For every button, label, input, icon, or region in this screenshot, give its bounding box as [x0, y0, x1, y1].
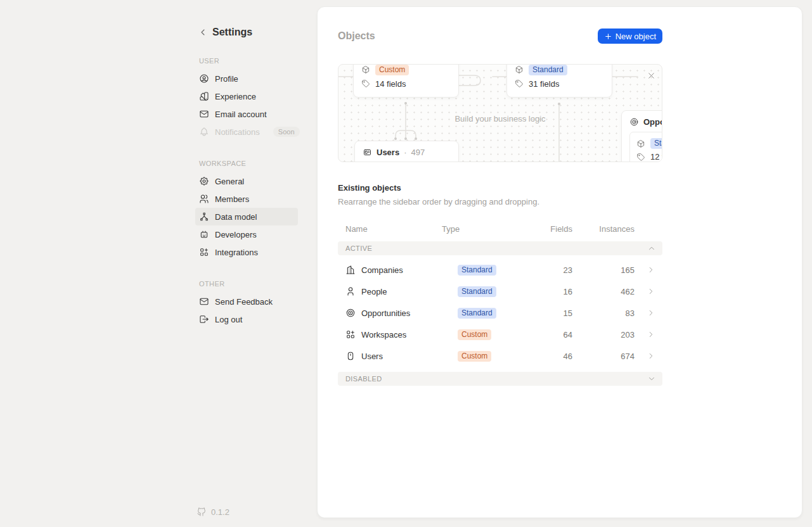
- table-row-people[interactable]: People Standard 16 462: [338, 281, 662, 302]
- chevron-right-icon[interactable]: [647, 352, 655, 360]
- column-type: Type: [442, 224, 533, 234]
- type-badge: Custom: [375, 65, 409, 75]
- building-icon: [345, 265, 356, 275]
- object-name: Workspaces: [361, 330, 406, 340]
- node-name: Users: [377, 148, 399, 157]
- graph-node-custom[interactable]: Custom 14 fields: [353, 64, 459, 98]
- column-fields: Fields: [533, 224, 572, 234]
- sidebar-item-send-feedback[interactable]: Send Feedback: [195, 293, 298, 310]
- instances-value: 203: [572, 330, 640, 340]
- sidebar-item-label: Notifications: [215, 127, 260, 137]
- mail-icon: [199, 109, 209, 119]
- sidebar-item-email-account[interactable]: Email account: [195, 105, 298, 123]
- chevron-right-icon[interactable]: [647, 265, 655, 274]
- sidebar-item-label: Log out: [215, 315, 242, 324]
- sidebar-item-data-model[interactable]: Data model: [195, 208, 298, 225]
- bell-icon: [199, 127, 209, 137]
- chevron-left-icon: [198, 27, 208, 37]
- section-label: ACTIVE: [345, 244, 372, 252]
- cube-icon: [361, 65, 370, 74]
- active-rows: Companies Standard 23 165 People: [338, 259, 662, 367]
- existing-objects-subtitle: Rearrange the sidebar order by dragging …: [338, 197, 662, 206]
- table-row-opportunities[interactable]: Opportunities Standard 15 83: [338, 302, 662, 324]
- target-icon: [629, 117, 639, 127]
- sidebar-item-label: General: [215, 177, 244, 186]
- sidebar-item-profile[interactable]: Profile: [195, 70, 298, 87]
- type-badge: Standard: [458, 286, 496, 297]
- sidebar-item-general[interactable]: General: [195, 172, 298, 190]
- object-name: Users: [361, 352, 383, 361]
- section-label-other: OTHER: [195, 280, 298, 288]
- robot-icon: [199, 229, 209, 239]
- type-badge: Standard: [529, 65, 567, 75]
- tag-icon: [361, 79, 370, 88]
- settings-back[interactable]: Settings: [195, 27, 298, 38]
- section-bar-disabled[interactable]: DISABLED: [338, 372, 662, 386]
- settings-main-panel: Objects New object: [317, 6, 802, 518]
- sidebar-item-label: Email account: [215, 110, 267, 119]
- sidebar-item-label: Integrations: [215, 248, 258, 257]
- instances-value: 165: [572, 265, 640, 275]
- table-header: Name Type Fields Instances: [338, 219, 662, 238]
- chevron-right-icon[interactable]: [647, 308, 655, 317]
- sidebar-item-members[interactable]: Members: [195, 190, 298, 208]
- cube-icon: [515, 65, 524, 74]
- chevron-up-icon: [647, 244, 656, 253]
- graph-node-users[interactable]: Users · 497: [354, 141, 459, 162]
- section-bar-active[interactable]: ACTIVE: [338, 241, 662, 255]
- sidebar-item-label: Profile: [215, 74, 238, 84]
- chevron-right-icon[interactable]: [647, 287, 655, 296]
- section-label-user: USER: [195, 57, 298, 65]
- sidebar-item-notifications: Notifications Soon: [195, 123, 298, 141]
- banner-close-button[interactable]: [645, 70, 657, 81]
- tag-icon: [636, 153, 645, 162]
- node-count: 497: [411, 148, 425, 157]
- section-label-workspace: WORKSPACE: [195, 160, 298, 167]
- type-badge: Custom: [458, 329, 491, 340]
- fields-count: 14 fields: [375, 79, 406, 89]
- fields-value: 64: [533, 330, 572, 340]
- users-icon: [199, 194, 209, 204]
- mouse-icon: [345, 351, 356, 361]
- graph-node-standard[interactable]: Standard 31 fields: [506, 64, 612, 98]
- fields-count: 31 fields: [529, 79, 559, 89]
- table-row-users[interactable]: Users Custom 46 674: [338, 345, 662, 367]
- column-instances: Instances: [572, 224, 640, 234]
- sidebar-item-integrations[interactable]: Integrations: [195, 243, 298, 261]
- new-object-label: New object: [615, 32, 656, 41]
- apps-icon: [199, 247, 209, 257]
- graph-node-opportunities[interactable]: Opportunities Standard 12 fields: [621, 110, 662, 162]
- object-name: Opportunities: [361, 308, 410, 318]
- object-name: People: [361, 287, 387, 296]
- existing-objects-title: Existing objects: [338, 183, 662, 193]
- target-icon: [345, 308, 356, 318]
- sidebar-item-experience[interactable]: Experience: [195, 87, 298, 105]
- user-circle-icon: [199, 73, 209, 84]
- mail-icon: [199, 296, 209, 307]
- soon-badge: Soon: [273, 127, 300, 137]
- fields-value: 23: [533, 265, 572, 275]
- window-icon: [363, 148, 372, 157]
- fields-value: 15: [533, 308, 572, 318]
- apps-icon: [345, 329, 356, 340]
- instances-value: 462: [572, 287, 640, 296]
- sidebar-item-developers[interactable]: Developers: [195, 225, 298, 243]
- object-graph-banner: Custom 14 fields Standard 31 fields: [338, 64, 662, 162]
- sidebar-item-label: Experience: [215, 92, 256, 101]
- sidebar-item-log-out[interactable]: Log out: [195, 310, 298, 328]
- gear-icon: [199, 176, 209, 186]
- new-object-button[interactable]: New object: [598, 29, 662, 44]
- table-row-workspaces[interactable]: Workspaces Custom 64 203: [338, 324, 662, 345]
- fields-count: 12 fields: [650, 152, 662, 162]
- sidebar-item-label: Data model: [215, 212, 257, 222]
- banner-caption: Build your business logic: [338, 114, 662, 124]
- type-badge: Standard: [458, 308, 496, 319]
- chevron-right-icon[interactable]: [647, 330, 655, 339]
- objects-table: Name Type Fields Instances ACTIVE: [338, 219, 662, 386]
- version-label: 0.1.2: [211, 507, 229, 517]
- page-title: Objects: [338, 30, 375, 42]
- person-icon: [345, 286, 356, 296]
- instances-value: 83: [572, 308, 640, 318]
- table-row-companies[interactable]: Companies Standard 23 165: [338, 259, 662, 281]
- tag-icon: [515, 79, 524, 88]
